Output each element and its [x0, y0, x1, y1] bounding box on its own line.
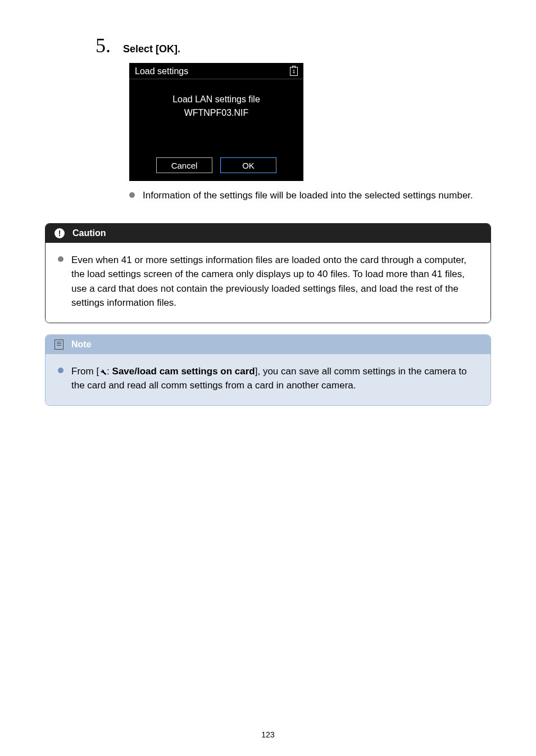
caution-body: Even when 41 or more settings informatio…	[46, 243, 490, 323]
manual-page: 5. Select [OK]. Load settings 1 Load LAN…	[0, 0, 536, 756]
note-header: Note	[46, 335, 490, 354]
sd-card-icon: 1	[290, 67, 298, 76]
step-number: 5.	[96, 34, 111, 57]
note-title: Note	[71, 339, 92, 350]
note-box: Note From [: Save/load cam settings on c…	[45, 334, 491, 406]
caution-box: ! Caution Even when 41 or more settings …	[45, 223, 491, 323]
page-number: 123	[0, 730, 536, 739]
bullet-dot-icon	[58, 368, 63, 373]
screenshot-header: Load settings 1	[129, 63, 303, 79]
step-result-text: Information of the settings file will be…	[143, 189, 473, 203]
screenshot-title: Load settings	[135, 66, 188, 76]
caution-header: ! Caution	[46, 224, 490, 243]
screenshot-body: Load LAN settings file WFTNPF03.NIF	[129, 79, 303, 120]
note-text: From [: Save/load cam settings on card],…	[71, 364, 478, 393]
ok-button[interactable]: OK	[220, 157, 276, 173]
step-row: 5. Select [OK].	[96, 34, 491, 57]
step-title: Select [OK].	[123, 43, 180, 55]
screenshot-buttons: Cancel OK	[129, 157, 303, 173]
camera-screenshot: Load settings 1 Load LAN settings file W…	[129, 63, 303, 181]
wrench-icon	[99, 368, 107, 375]
note-body: From [: Save/load cam settings on card],…	[46, 354, 490, 405]
caution-text: Even when 41 or more settings informatio…	[71, 253, 478, 310]
cancel-button[interactable]: Cancel	[156, 157, 212, 173]
screenshot-line2: WFTNPF03.NIF	[129, 106, 303, 120]
step-result-bullet: Information of the settings file will be…	[129, 189, 489, 203]
caution-title: Caution	[72, 228, 106, 238]
note-icon	[54, 339, 63, 350]
screenshot-line1: Load LAN settings file	[129, 93, 303, 106]
caution-icon: !	[54, 228, 65, 238]
bullet-dot-icon	[129, 192, 135, 198]
bullet-dot-icon	[58, 256, 63, 262]
